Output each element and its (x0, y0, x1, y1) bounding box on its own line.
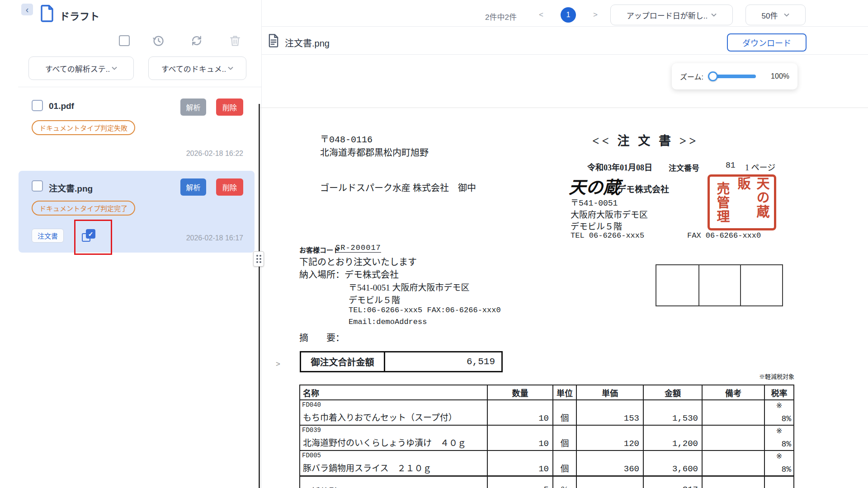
doc-delivery-address: 〒541-0051 大阪府大阪市デモ区 (349, 281, 470, 293)
col-header: 数量 (487, 385, 553, 400)
order-items-table: 名称 数量 単位 単価 金額 備考 税率 FD040もち巾着入りおでんセット（ス… (299, 385, 794, 488)
doc-order-no: 81 (726, 161, 736, 170)
zoom-value: 100% (771, 72, 789, 80)
analysis-status-filter[interactable]: すべての解析ステ.. (28, 56, 134, 80)
chevron-down-icon (228, 66, 233, 70)
trash-icon[interactable] (229, 34, 241, 47)
table-row: FD005豚バラ鍋物用スライス ２１０ｇ 10 個 360 3,600 ※8% (300, 450, 794, 476)
doc-summary-label: 摘 要： (299, 331, 344, 344)
back-button[interactable]: ‹ (21, 4, 33, 15)
doc-sender-building: デモビル５階 (571, 220, 622, 232)
col-header: 金額 (643, 385, 702, 400)
doc-customer-code: SR-200017 (335, 244, 381, 253)
doc-sender-address: 大阪府大阪市デモ区 (571, 208, 648, 220)
list-separator (18, 87, 261, 87)
doc-sender-logo: 天の蔵 (569, 174, 620, 198)
sort-dropdown[interactable]: アップロード日が新し.. (610, 5, 733, 25)
doc-sender-postal: 〒541-0051 (571, 196, 618, 208)
doc-order-note: 下記のとおり注文いたします (299, 255, 417, 268)
page-size-dropdown[interactable]: 50件 (745, 5, 806, 25)
analyze-button[interactable]: 解析 (180, 99, 206, 116)
doc-delivery-tel: TEL:06-6266-xxx5 FAX:06-6266-xxx0 (349, 306, 501, 314)
table-header-row: 名称 数量 単位 単価 金額 備考 税率 (300, 385, 794, 400)
doc-delivery-place: 納入場所：デモ株式会社 (299, 267, 399, 281)
chevron-down-icon (112, 66, 117, 70)
pagination-count: 2件中2件 (485, 11, 517, 22)
analyze-button[interactable]: 解析 (180, 178, 206, 196)
zoom-slider[interactable] (708, 71, 759, 82)
doc-delivery-email: Email:demoAddress (349, 318, 427, 326)
annotation-red-box (74, 220, 112, 255)
item-checkbox[interactable] (32, 100, 43, 111)
seal-column: 売管理 (712, 182, 731, 224)
order-total-value: 6,519 (385, 352, 501, 371)
col-header: 名称 (300, 385, 487, 400)
col-header: 税率 (764, 385, 794, 400)
doc-delivery-building: デモビル５階 (349, 293, 400, 305)
approval-stamp-boxes (656, 264, 783, 306)
drag-dots-icon (256, 255, 261, 263)
select-all-checkbox[interactable] (119, 35, 130, 46)
collapse-caret[interactable]: > (276, 360, 280, 369)
zoom-slider-thumb[interactable] (708, 71, 718, 81)
chevron-down-icon (784, 13, 789, 17)
document-top-edge (260, 108, 868, 108)
doc-sender-company: デモ株式会社 (618, 183, 669, 195)
doc-recipient-address: 北海道寿都郡黒松内町旭野 (320, 145, 429, 159)
doc-recipient-postal: 〒048-0116 (320, 132, 373, 145)
doc-type-tag[interactable]: 注文書 (32, 229, 64, 243)
doc-title: << 注 文 書 >> (592, 131, 699, 149)
doc-tax-note: ※軽減税対象 (741, 372, 794, 380)
doc-page-no: 1 ページ (745, 161, 775, 173)
delete-button[interactable]: 削除 (216, 178, 243, 196)
table-row-discount: 一括値引 5 % -317 (300, 476, 794, 488)
pane-splitter[interactable] (259, 104, 260, 488)
draft-document-icon (39, 4, 55, 22)
doc-recipient-company: ゴールドスパーク水産 株式会社 御中 (320, 181, 476, 194)
seal-column: 天の蔵販 (733, 177, 771, 228)
document-type-filter[interactable]: すべてのドキュメ.. (148, 56, 246, 80)
panel-divider (261, 0, 262, 488)
preview-filename: 注文書.png (285, 36, 330, 49)
doc-customer-code-label: お客様コード (299, 245, 340, 254)
col-header: 単価 (576, 385, 643, 400)
doc-date: 令和03年01月08日 (587, 161, 652, 173)
analysis-status-filter-label: すべての解析ステ.. (45, 63, 110, 74)
item-filename: 注文書.png (49, 182, 93, 194)
doc-order-no-label: 注文番号 (669, 162, 699, 173)
col-header: 備考 (702, 385, 764, 400)
company-seal: 天の蔵販 売管理 (708, 174, 776, 230)
table-row: FD039北海道野付のいくらしょうゆ漬け ４０ｇ 10 個 120 1,200 … (300, 425, 794, 450)
refresh-icon[interactable] (190, 34, 203, 47)
chevron-down-icon (711, 13, 717, 17)
list-item[interactable]: 01.pdf 解析 削除 ドキュメントタイプ判定失敗 2026-02-18 16… (0, 90, 261, 168)
zoom-label: ズーム: (680, 71, 703, 82)
current-page-button[interactable]: 1 (561, 7, 576, 23)
doc-sender-fax: FAX 06-6266-xxx0 (687, 231, 761, 240)
item-timestamp: 2026-02-18 16:17 (153, 234, 243, 242)
page-title: ドラフト (60, 8, 99, 23)
next-page-button[interactable]: > (593, 10, 598, 19)
doc-sender-tel: TEL 06-6266-xxx5 (571, 231, 644, 240)
table-row: FD040もち巾着入りおでんセット（スープ付） 10 個 153 1,530 ※… (300, 400, 794, 425)
zoom-control: ズーム: 100% (672, 63, 797, 89)
sort-dropdown-label: アップロード日が新し.. (627, 9, 708, 21)
order-total-box: 御注文合計金額 6,519 (300, 351, 503, 372)
page-size-label: 50件 (762, 9, 778, 21)
document-type-filter-label: すべてのドキュメ.. (161, 63, 226, 74)
file-icon (268, 33, 279, 48)
col-header: 単位 (553, 385, 576, 400)
order-total-label: 御注文合計金額 (301, 352, 385, 371)
item-timestamp: 2026-02-18 16:22 (153, 150, 243, 158)
download-button[interactable]: ダウンロード (727, 33, 807, 52)
status-badge: ドキュメントタイプ判定完了 (32, 201, 135, 216)
zoom-slider-track[interactable] (712, 75, 756, 78)
history-icon[interactable] (152, 34, 165, 47)
status-badge: ドキュメントタイプ判定失敗 (32, 120, 135, 135)
delete-button[interactable]: 削除 (216, 99, 243, 116)
back-chevron-icon: ‹ (26, 5, 29, 15)
item-filename: 01.pdf (49, 101, 74, 111)
prev-page-button[interactable]: < (539, 10, 543, 19)
splitter-handle[interactable] (253, 251, 264, 267)
item-checkbox[interactable] (32, 180, 43, 192)
